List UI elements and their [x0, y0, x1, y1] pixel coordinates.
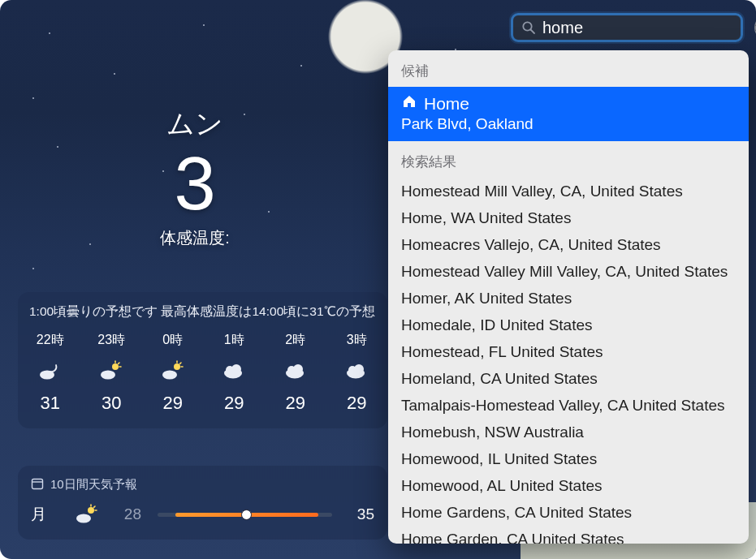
- hour-column: 0時 29: [153, 332, 192, 414]
- current-weather-hero: ムン 3 体感温度:: [0, 105, 390, 249]
- hour-column: 1時 29: [215, 332, 254, 414]
- search-result-item[interactable]: Home, WA United States: [388, 204, 749, 231]
- weather-icon: [283, 360, 308, 381]
- hour-temperature: 29: [224, 393, 244, 414]
- weather-icon: [344, 360, 369, 381]
- weather-icon: [99, 360, 123, 381]
- hour-time: 23時: [97, 332, 125, 349]
- search-result-item[interactable]: Homestead Mill Valley, CA, United States: [388, 178, 749, 204]
- search-input[interactable]: [536, 19, 754, 37]
- svg-rect-20: [32, 479, 43, 489]
- svg-point-10: [162, 371, 177, 380]
- hour-column: 23時 30: [93, 332, 132, 414]
- weather-icon: [75, 504, 99, 525]
- search-results-dropdown: 候補 Home Park Blvd, Oakland 検索結果 Homestea…: [388, 50, 749, 544]
- hour-temperature: 31: [41, 393, 60, 414]
- svg-point-5: [101, 371, 115, 380]
- search-result-item[interactable]: Homewood, AL United States: [388, 472, 749, 499]
- svg-point-6: [174, 363, 180, 370]
- hour-time: 3時: [347, 332, 367, 349]
- search-result-item[interactable]: Homeacres Vallejo, CA, United States: [388, 231, 749, 258]
- search-result-item[interactable]: Homedale, ID United States: [388, 312, 749, 338]
- svg-point-13: [231, 364, 241, 374]
- results-section-label: 検索結果: [388, 141, 749, 178]
- svg-point-16: [293, 364, 303, 374]
- candidates-section-label: 候補: [388, 50, 749, 87]
- search-result-item[interactable]: Tamalpais-Homestead Valley, CA United St…: [388, 392, 749, 419]
- search-icon: [521, 20, 536, 35]
- search-result-item[interactable]: Homer, AK United States: [388, 285, 749, 312]
- svg-line-4: [119, 363, 119, 363]
- home-icon: [401, 93, 417, 114]
- search-result-item[interactable]: Home Garden, CA United States: [388, 526, 749, 544]
- svg-point-1: [112, 363, 119, 370]
- hour-column: 3時 29: [338, 332, 377, 414]
- search-result-item[interactable]: Home Gardens, CA United States: [388, 499, 749, 526]
- search-result-item[interactable]: Homestead Valley Mill Valley, CA, United…: [388, 258, 749, 285]
- search-result-item[interactable]: Homestead, FL United States: [388, 338, 749, 365]
- hour-column: 22時 31: [31, 332, 70, 414]
- daily-high-temp: 35: [348, 505, 374, 523]
- hour-time: 0時: [162, 332, 183, 349]
- svg-line-9: [179, 363, 180, 363]
- hour-time: 1時: [224, 332, 244, 349]
- svg-point-22: [88, 507, 94, 514]
- weather-icon: [222, 360, 246, 381]
- hour-temperature: 29: [163, 393, 183, 414]
- daily-low-temp: 28: [115, 505, 141, 523]
- candidate-subtitle: Park Blvd, Oakland: [401, 115, 736, 133]
- hourly-forecast-card: 1:00頃曇りの予想です 最高体感温度は14:00頃に31℃の予想 22時 31…: [18, 292, 387, 428]
- current-city: ムン: [0, 105, 390, 143]
- weather-icon: [161, 360, 185, 381]
- svg-line-25: [94, 506, 95, 507]
- feels-like-label: 体感温度:: [0, 227, 390, 249]
- hour-temperature: 29: [347, 393, 366, 414]
- daily-day-label: 月: [31, 504, 58, 525]
- svg-point-0: [40, 371, 54, 380]
- svg-point-19: [354, 364, 364, 374]
- weather-icon: [38, 360, 63, 381]
- svg-point-26: [76, 514, 91, 523]
- daily-forecast-card: 10日間天気予報 月 28 35: [18, 466, 387, 540]
- current-temperature: 3: [0, 146, 390, 221]
- daily-forecast-title: 10日間天気予報: [50, 477, 137, 492]
- daily-forecast-row: 月 28 35: [31, 504, 374, 525]
- hour-time: 22時: [37, 332, 64, 349]
- search-result-item[interactable]: Homebush, NSW Australia: [388, 419, 749, 445]
- hourly-summary: 1:00頃曇りの予想です 最高体感温度は14:00頃に31℃の予想: [29, 303, 376, 320]
- hour-temperature: 29: [286, 393, 305, 414]
- search-result-item[interactable]: Homewood, IL United States: [388, 445, 749, 472]
- hour-column: 2時 29: [276, 332, 315, 414]
- daily-temp-range-bar: [158, 513, 332, 517]
- hour-time: 2時: [285, 332, 305, 349]
- calendar-icon: [31, 477, 44, 492]
- svg-line-28: [531, 30, 535, 34]
- search-candidate-home[interactable]: Home Park Blvd, Oakland: [388, 87, 749, 141]
- hour-temperature: 30: [102, 393, 121, 414]
- weather-app-window: ムン 3 体感温度: 1:00頃曇りの予想です 最高体感温度は14:00頃に31…: [0, 0, 756, 559]
- location-search-field[interactable]: ✕: [511, 13, 743, 42]
- candidate-title: Home: [424, 94, 469, 114]
- search-result-item[interactable]: Homeland, CA United States: [388, 365, 749, 392]
